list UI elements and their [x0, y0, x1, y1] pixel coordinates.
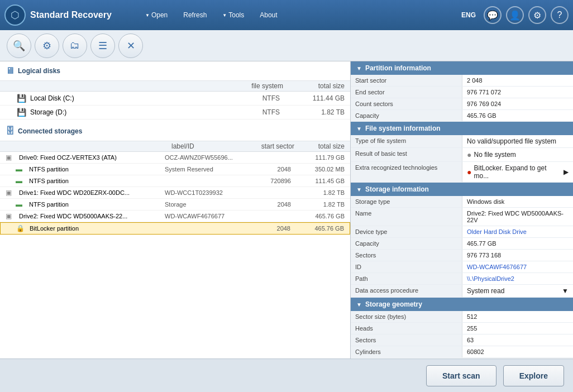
scan-tool-button[interactable]: ⚙ [35, 34, 59, 58]
partition-end-sector-row: End sector 976 771 072 [351, 87, 573, 98]
folder-tool-button[interactable]: 🗂 [63, 34, 87, 58]
drive2-size: 465.76 GB [294, 213, 345, 219]
storage-collapse-icon[interactable]: ▼ [356, 187, 362, 193]
disk-c-size: 111.44 GB [294, 94, 345, 102]
partition-capacity-label: Capacity [351, 110, 462, 121]
filesystem-basic-test-row: Result of basic test ● No file system [351, 148, 573, 162]
help-button[interactable]: ? [551, 6, 569, 24]
storage-path-value[interactable]: \\.\PhysicalDrive2 [462, 273, 573, 284]
drive0-partition1[interactable]: ▬ NTFS partition System Reserved 2048 35… [0, 164, 350, 175]
menu-open-label: Open [151, 11, 168, 19]
disk-c-name: Local Disk (C:) [30, 94, 232, 102]
filesystem-extra-expand-icon[interactable]: ▶ [564, 168, 569, 176]
drive2-item[interactable]: ▣ Drive2: Fixed WDC WD5000AAKS-22... WD-… [0, 211, 350, 222]
filesystem-type-row: Type of file system No valid/supported f… [351, 135, 573, 148]
menu-about[interactable]: About [253, 8, 284, 22]
storage-access-value[interactable]: System read ▼ [462, 285, 573, 297]
partition-count-sector-row: Count sectors 976 769 024 [351, 98, 573, 110]
filesystem-type-value: No valid/supported file system [462, 135, 573, 147]
storage-geometry-header: ▼ Storage geometry [351, 298, 573, 311]
storage-col-headers: label/ID start sector total size [0, 141, 350, 152]
storage-col-start: start sector [244, 142, 294, 150]
bitlocker-icon: 🔒 [16, 224, 26, 232]
partition-start-sector-row: Start sector 2 048 [351, 75, 573, 87]
language-selector[interactable]: ENG [461, 11, 476, 19]
drive0-size: 111.79 GB [294, 154, 345, 161]
drive1-partition1[interactable]: ▬ NTFS partition Storage 2048 1.82 TB [0, 199, 350, 211]
geometry-heads-row: Heads 255 [351, 323, 573, 334]
disk-item-d[interactable]: 💾 Storage (D:) NTFS 1.82 TB [0, 106, 350, 119]
menu-refresh-label: Refresh [183, 11, 207, 19]
drive1-item[interactable]: ▣ Drive1: Fixed WDC WD20EZRX-00DC... WD-… [0, 187, 350, 199]
drive0-name: Drive0: Fixed OCZ-VERTEX3 (ATA) [19, 154, 161, 161]
geometry-sector-size-label: Sector size (bytes) [351, 311, 462, 322]
menu-open[interactable]: ▼ Open [139, 8, 174, 22]
disk-item-c[interactable]: 💾 Local Disk (C:) NTFS 111.44 GB [0, 92, 350, 106]
logical-disks-icon: 🖥 [6, 66, 15, 76]
partition-collapse-icon[interactable]: ▼ [356, 65, 362, 71]
drive2-name: Drive2: Fixed WDC WD5000AAKS-22... [19, 213, 161, 219]
settings-button[interactable]: ⚙ [528, 6, 546, 24]
menu-refresh[interactable]: Refresh [176, 8, 213, 22]
ntfs-part1-name: NTFS partition [29, 166, 161, 173]
storage-path-row: Path \\.\PhysicalDrive2 [351, 273, 573, 285]
storage-col-label: label/ID [171, 142, 244, 150]
geometry-cylinders-label: Cylinders [351, 346, 462, 357]
storage-sectors-row: Sectors 976 773 168 [351, 250, 573, 261]
storage-device-type-value[interactable]: Older Hard Disk Drive [462, 226, 573, 237]
partition-start-value: 2 048 [462, 75, 573, 86]
disk-d-icon: 💾 [17, 108, 27, 117]
ntfs-part3-start: 2048 [241, 201, 291, 208]
filesystem-type-label: Type of file system [351, 135, 462, 147]
storage-type-value: Windows disk [462, 196, 573, 207]
storage-name-label: Name [351, 208, 462, 226]
menu-tools-label: Tools [228, 11, 244, 19]
geometry-collapse-icon[interactable]: ▼ [356, 302, 362, 308]
storage-access-dropdown-icon[interactable]: ▼ [562, 287, 569, 295]
drive0-icon: ▣ [6, 154, 16, 161]
disk-c-icon: 💾 [17, 94, 27, 103]
storage-name-row: Name Drive2: Fixed WDC WD5000AAKS-22V [351, 208, 573, 226]
drive0-partition2[interactable]: ▬ NTFS partition 720896 111.45 GB [0, 175, 350, 187]
partition-count-label: Count sectors [351, 98, 462, 109]
filesystem-info-title: File system information [365, 125, 441, 132]
explore-button[interactable]: Explore [503, 365, 564, 386]
logo-area: ⬡ Standard Recovery [4, 4, 139, 26]
partition-info-title: Partition information [365, 64, 431, 72]
main-nav: ▼ Open Refresh ▼ Tools About [139, 8, 461, 22]
ntfs-part1-size: 350.02 MB [294, 166, 345, 173]
storage-id-value[interactable]: WD-WCAWF4676677 [462, 261, 573, 273]
storage-col-size: total size [294, 142, 345, 150]
messages-button[interactable]: 💬 [484, 6, 502, 24]
disk-d-fs: NTFS [235, 108, 291, 116]
storage-type-row: Storage type Windows disk [351, 196, 573, 208]
ntfs-part1-start: 2048 [241, 166, 291, 173]
logical-disks-title: Logical disks [18, 67, 60, 75]
drive2-icon: ▣ [6, 212, 16, 220]
storage-path-label: Path [351, 273, 462, 284]
start-scan-button[interactable]: Start scan [426, 365, 496, 386]
menu-about-label: About [260, 11, 277, 19]
geometry-sectors-row: Sectors 63 [351, 334, 573, 346]
disk-d-name: Storage (D:) [30, 108, 232, 116]
close-tool-button[interactable]: ✕ [118, 34, 143, 58]
logical-disks-header: 🖥 Logical disks [0, 61, 350, 81]
bitlocker-size: 465.76 GB [294, 225, 344, 232]
ntfs-part2-start: 720896 [241, 178, 291, 184]
drive1-icon: ▣ [6, 189, 16, 197]
menu-tools[interactable]: ▼ Tools [216, 8, 251, 22]
right-panel: ▼ Partition information Start sector 2 0… [351, 61, 573, 358]
drive0-item[interactable]: ▣ Drive0: Fixed OCZ-VERTEX3 (ATA) OCZ-AW… [0, 152, 350, 164]
storage-info-header: ▼ Storage information [351, 183, 573, 196]
col-size-header: total size [294, 82, 345, 90]
red-bullet-icon: ● [467, 168, 471, 176]
drive1-label: WD-WCC1T0239932 [165, 189, 237, 196]
user-button[interactable]: 👤 [506, 6, 524, 24]
search-tool-button[interactable]: 🔍 [7, 34, 31, 58]
filesystem-extra-label: Extra recognized technologies [351, 162, 462, 182]
drive2-partition1[interactable]: 🔒 BitLocker partition 2048 465.76 GB [0, 222, 350, 235]
storage-sectors-value: 976 773 168 [462, 250, 573, 261]
filesystem-collapse-icon[interactable]: ▼ [356, 126, 362, 132]
list-tool-button[interactable]: ☰ [90, 34, 115, 58]
partition-count-value: 976 769 024 [462, 98, 573, 109]
